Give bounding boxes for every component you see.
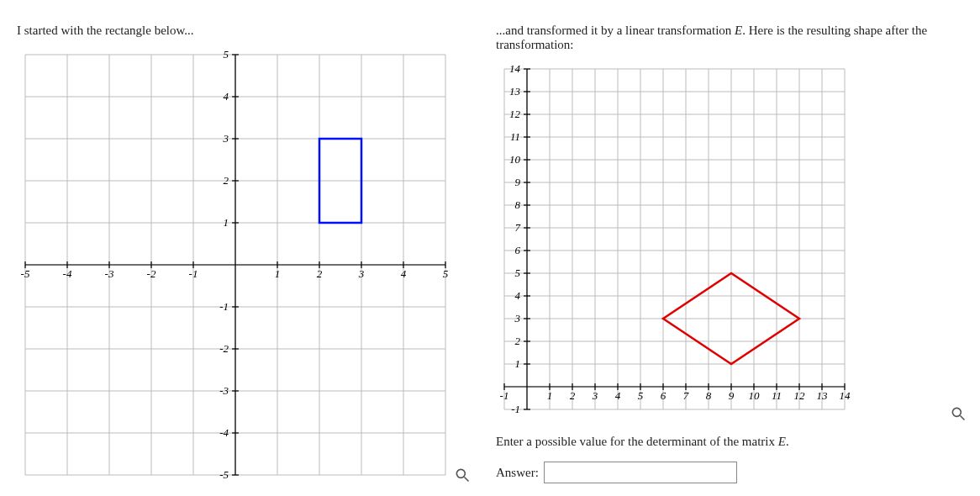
svg-text:-1: -1 [500,389,509,402]
svg-text:11: 11 [510,130,520,143]
svg-text:-3: -3 [219,384,229,397]
svg-text:9: 9 [729,389,735,402]
svg-text:12: 12 [509,108,521,120]
svg-text:1: 1 [547,389,553,402]
svg-text:3: 3 [514,312,521,325]
svg-text:2: 2 [515,335,521,347]
svg-text:-1: -1 [189,267,198,280]
svg-text:4: 4 [515,289,521,302]
svg-line-163 [961,416,965,420]
svg-text:2: 2 [570,389,576,402]
svg-text:-1: -1 [511,403,520,415]
svg-text:6: 6 [661,389,667,402]
svg-text:11: 11 [772,389,782,402]
svg-point-65 [456,469,465,478]
svg-text:9: 9 [515,176,521,188]
svg-text:5: 5 [515,266,521,279]
svg-text:-1: -1 [219,300,229,313]
left-prompt: I started with the rectangle below... [17,24,471,38]
svg-text:5: 5 [224,48,229,61]
svg-text:-4: -4 [63,267,72,280]
svg-text:-2: -2 [147,267,156,280]
svg-text:6: 6 [515,244,521,256]
svg-text:13: 13 [817,389,829,402]
svg-text:5: 5 [638,389,644,402]
svg-text:5: 5 [443,267,449,280]
svg-text:10: 10 [509,153,521,166]
svg-text:1: 1 [224,216,229,229]
svg-text:-4: -4 [219,426,229,439]
svg-text:3: 3 [592,389,598,402]
svg-text:4: 4 [224,90,229,103]
svg-text:-5: -5 [21,267,30,280]
left-chart: -5-4-3-2-112345-5-4-3-2-112345 [17,46,471,483]
svg-text:8: 8 [706,389,712,402]
zoom-icon[interactable] [950,405,967,422]
determinant-question: Enter a possible value for the determina… [496,435,967,449]
svg-line-66 [465,478,469,482]
svg-text:13: 13 [509,85,521,98]
svg-text:14: 14 [509,62,521,75]
zoom-icon[interactable] [454,467,471,483]
svg-text:7: 7 [515,221,521,234]
right-chart: -11234567891011121314-112345678910111213… [496,61,967,422]
svg-text:10: 10 [749,389,761,402]
svg-text:-2: -2 [219,342,229,355]
svg-text:2: 2 [224,174,229,187]
svg-text:3: 3 [223,132,229,145]
svg-text:3: 3 [358,267,365,280]
answer-label: Answer: [496,466,539,480]
right-prompt: ...and transformed it by a linear transf… [496,24,967,52]
svg-text:7: 7 [683,389,689,402]
svg-text:-5: -5 [219,468,229,481]
svg-text:4: 4 [401,267,407,280]
svg-text:2: 2 [317,267,323,280]
svg-text:12: 12 [794,389,806,402]
svg-text:4: 4 [615,389,621,402]
svg-text:14: 14 [840,389,851,402]
svg-point-162 [952,408,961,416]
svg-text:1: 1 [515,357,521,370]
svg-text:-3: -3 [105,267,114,280]
svg-text:1: 1 [275,267,281,280]
answer-input[interactable] [544,462,737,483]
svg-text:8: 8 [515,198,521,211]
